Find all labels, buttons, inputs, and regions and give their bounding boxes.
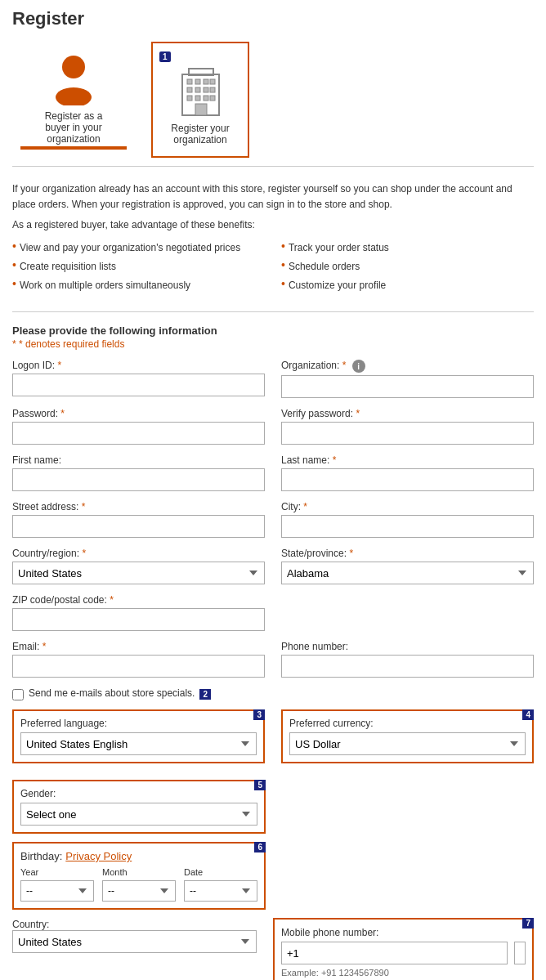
group-country-region: Country/region: * United States Canada U… [12, 548, 265, 584]
row-country-state: Country/region: * United States Canada U… [12, 548, 534, 584]
last-name-label: Last name: * [281, 454, 534, 466]
mobile-number-input[interactable] [514, 942, 526, 964]
mobile-prefix-input[interactable] [281, 942, 508, 964]
date-wrapper: -- [184, 880, 257, 902]
benefits-left: • View and pay your organization's negot… [12, 240, 265, 298]
buyer-icon-container [45, 50, 102, 107]
mobile-input-row [281, 942, 526, 964]
org-badge: 1 [159, 51, 171, 62]
row-zip: ZIP code/postal code: * [12, 594, 534, 631]
preferred-language-select[interactable]: United States English French Spanish Ger… [20, 732, 257, 755]
birthday-year-select[interactable]: -- [20, 880, 94, 902]
phone-number-input[interactable] [281, 655, 534, 678]
preferred-currency-box: 4 Preferred currency: US Dollar Euro GBP [281, 709, 534, 763]
benefits-right: • Track your order status • Schedule ord… [281, 240, 534, 298]
preferred-language-box: 3 Preferred language: United States Engl… [12, 709, 265, 763]
form-section: Please provide the following information… [12, 324, 534, 980]
mobile-example: Example: +91 1234567890 [281, 968, 526, 978]
verify-password-input[interactable] [281, 422, 534, 445]
group-city: City: * [281, 501, 534, 538]
last-name-input[interactable] [281, 468, 534, 491]
birthday-date-col: Date -- [184, 867, 257, 902]
preferred-currency-select[interactable]: US Dollar Euro GBP [289, 732, 526, 755]
first-name-input[interactable] [12, 468, 265, 491]
buyer-underline [20, 146, 127, 150]
bullet-icon: • [281, 278, 285, 289]
svg-rect-7 [210, 79, 215, 84]
country-col: Country: United States Canada United Kin… [12, 918, 257, 980]
org-icon [174, 65, 227, 118]
reg-type-org[interactable]: 1 [151, 42, 249, 158]
buyer-icon [49, 52, 98, 105]
street-address-input[interactable] [12, 515, 265, 538]
birthday-section: 6 Birthday: Privacy Policy Year -- [12, 842, 266, 910]
birthday-label: Birthday: [20, 850, 62, 862]
svg-rect-12 [187, 96, 192, 101]
mobile-badge: 7 [522, 918, 534, 929]
birthday-month-select[interactable]: -- [102, 880, 176, 902]
country-label: Country: [12, 919, 49, 930]
year-wrapper: -- [20, 880, 94, 902]
registration-types: Register as a buyer in your organization… [12, 42, 534, 158]
svg-point-0 [62, 56, 85, 78]
verify-password-label: Verify password: * [281, 408, 534, 419]
svg-rect-9 [195, 87, 200, 92]
birthday-date-label: Date [184, 867, 257, 877]
birthday-month-label: Month [102, 867, 176, 877]
preferred-language-badge: 3 [253, 709, 265, 720]
group-zip-code: ZIP code/postal code: * [12, 594, 265, 631]
group-street-address: Street address: * [12, 501, 265, 538]
birthday-badge: 6 [254, 842, 266, 852]
state-province-wrapper: Alabama Alaska Arizona California [281, 562, 534, 584]
gender-box: 5 Gender: Select one Male Female Other P… [12, 780, 266, 834]
privacy-policy-link[interactable]: Privacy Policy [65, 850, 132, 862]
country-select[interactable]: United States Canada United Kingdom [12, 930, 257, 953]
svg-rect-6 [204, 79, 208, 84]
svg-rect-16 [195, 104, 207, 115]
divider-form [12, 311, 534, 312]
phone-number-label: Phone number: [281, 641, 534, 652]
benefit-left-1: • View and pay your organization's negot… [12, 240, 265, 256]
birthday-year-col: Year -- [20, 867, 94, 902]
preferred-currency-wrapper: US Dollar Euro GBP [289, 732, 526, 755]
preferred-language-wrapper: United States English French Spanish Ger… [20, 732, 257, 755]
country-region-select[interactable]: United States Canada United Kingdom [12, 562, 265, 584]
svg-rect-5 [195, 79, 200, 84]
required-asterisk: * [12, 338, 16, 350]
logon-id-input[interactable] [12, 374, 265, 396]
preferred-currency-label: Preferred currency: [289, 718, 526, 729]
bullet-icon: • [12, 240, 16, 252]
info-paragraph1: If your organization already has an acco… [12, 181, 534, 213]
organization-input[interactable] [281, 375, 534, 398]
benefits-container: • View and pay your organization's negot… [12, 240, 534, 298]
gender-select[interactable]: Select one Male Female Other Prefer not … [20, 803, 257, 826]
info-paragraph2: As a registered buyer, take advantage of… [12, 217, 534, 233]
password-input[interactable] [12, 422, 265, 445]
birthday-year-label: Year [20, 867, 94, 877]
email-specials-checkbox[interactable] [12, 689, 24, 700]
gender-badge: 5 [254, 780, 266, 790]
preferred-currency-col: 4 Preferred currency: US Dollar Euro GBP [281, 709, 534, 772]
org-info-icon[interactable]: i [352, 360, 365, 373]
city-input[interactable] [281, 515, 534, 538]
first-name-label: First name: [12, 454, 265, 466]
email-input[interactable] [12, 655, 265, 678]
birthday-month-col: Month -- [102, 867, 176, 902]
svg-rect-14 [204, 96, 208, 101]
zip-code-input[interactable] [12, 608, 265, 631]
row-logon-org: Logon ID: * Organization: * i [12, 360, 534, 398]
birthday-date-select[interactable]: -- [184, 880, 257, 902]
row-address-city: Street address: * City: * [12, 501, 534, 538]
zip-code-label: ZIP code/postal code: * [12, 594, 265, 606]
group-email: Email: * [12, 641, 265, 678]
benefit-left-3: • Work on multiple orders simultaneously [12, 278, 265, 293]
svg-rect-4 [187, 79, 192, 84]
month-wrapper: -- [102, 880, 176, 902]
svg-rect-8 [187, 87, 192, 92]
state-province-select[interactable]: Alabama Alaska Arizona California [281, 562, 534, 584]
benefit-right-3: • Customize your profile [281, 278, 534, 293]
logon-id-label: Logon ID: * [12, 360, 265, 371]
row-passwords: Password: * Verify password: * [12, 408, 534, 445]
benefit-right-1: • Track your order status [281, 240, 534, 256]
reg-type-buyer[interactable]: Register as a buyer in your organization [12, 42, 135, 158]
